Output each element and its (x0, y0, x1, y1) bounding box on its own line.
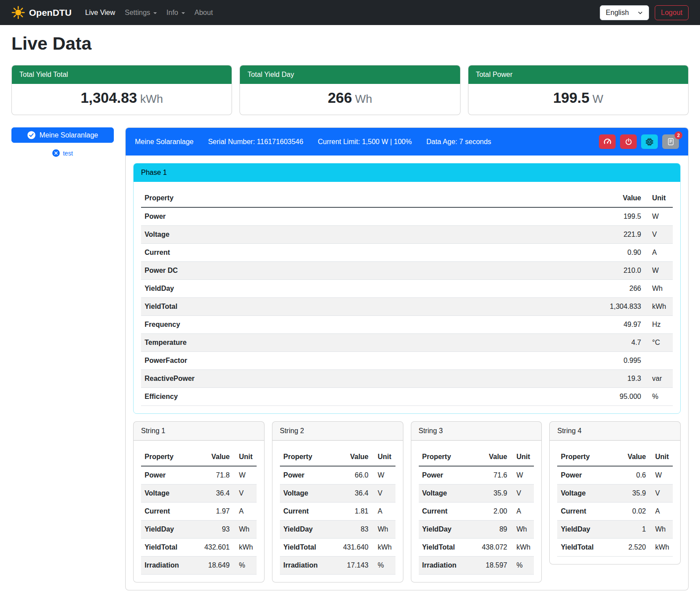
logout-button[interactable]: Logout (655, 5, 689, 20)
table-row: Voltage 35.9 V (557, 485, 673, 503)
string-3-table: Property Value Unit Power (419, 448, 534, 575)
inverter-select-label: Meine Solaranlage (40, 131, 98, 139)
value-cell: 2.00 (472, 503, 511, 521)
table-header-row: Property Value Unit (557, 448, 673, 466)
power-button[interactable] (620, 134, 637, 149)
nav-settings-label: Settings (125, 9, 150, 17)
property-cell: YieldDay (280, 521, 334, 539)
value-cell: 0.02 (611, 503, 649, 521)
value-cell: 18.649 (195, 557, 233, 575)
gauge-icon (603, 137, 612, 146)
card-unit: Wh (355, 92, 372, 105)
string-4-card: String 4 Property Value Unit (549, 421, 681, 564)
property-cell: Voltage (557, 485, 611, 503)
unit-cell: V (649, 485, 673, 503)
limit-settings-button[interactable] (599, 134, 616, 149)
property-cell: Voltage (419, 485, 472, 503)
property-cell: YieldTotal (419, 539, 472, 557)
unit-cell: W (649, 466, 673, 485)
unit-cell: % (511, 557, 534, 575)
table-row: Power DC 210.0 W (141, 262, 673, 280)
property-cell: Voltage (141, 226, 588, 244)
unit-cell: A (511, 503, 534, 521)
string-table-body: Power 71.6 W Voltage 35.9 V (419, 466, 534, 575)
value-cell: 49.97 (588, 316, 645, 334)
card-value: 1,304.83 (80, 90, 137, 106)
table-row: Frequency 49.97 Hz (141, 316, 673, 334)
table-row: Voltage 36.4 V (141, 485, 257, 503)
inverter-select-button[interactable]: Meine Solaranlage (11, 127, 114, 143)
unit-header: Unit (649, 448, 673, 466)
property-cell: YieldDay (557, 521, 611, 539)
language-select[interactable]: English (600, 5, 649, 20)
unit-header: Unit (511, 448, 534, 466)
nav-about[interactable]: About (191, 5, 217, 20)
value-cell: 432.601 (195, 539, 233, 557)
inverter-panel: Meine Solaranlage Serial Number: 1161716… (125, 127, 689, 590)
unit-header: Unit (233, 448, 257, 466)
property-cell: Power (280, 466, 334, 485)
table-row: Voltage 35.9 V (419, 485, 534, 503)
unit-cell: var (645, 370, 673, 388)
table-row: Current 1.97 A (141, 503, 257, 521)
unit-cell: °C (645, 334, 673, 352)
value-cell: 95.000 (588, 388, 645, 406)
unit-cell: W (645, 262, 673, 280)
value-header: Value (472, 448, 511, 466)
device-info-button[interactable] (641, 134, 658, 149)
nav-info[interactable]: Info (163, 5, 189, 20)
property-cell: Current (557, 503, 611, 521)
total-yield-total-card: Total Yield Total 1,304.83kWh (11, 65, 232, 115)
unit-cell: Wh (511, 521, 534, 539)
table-row: YieldDay 89 Wh (419, 521, 534, 539)
value-cell: 199.5 (588, 207, 645, 226)
unit-cell: Wh (645, 280, 673, 298)
navbar: OpenDTU Live View Settings Info About En… (0, 0, 700, 25)
value-cell: 35.9 (472, 485, 511, 503)
serial-number: Serial Number: 116171603546 (208, 138, 303, 146)
summary-cards: Total Yield Total 1,304.83kWh Total Yiel… (11, 65, 689, 115)
value-header: Value (611, 448, 649, 466)
value-cell: 221.9 (588, 226, 645, 244)
nav-settings[interactable]: Settings (121, 5, 161, 20)
value-cell: 71.6 (472, 466, 511, 485)
value-cell: 1 (611, 521, 649, 539)
string-title: String 2 (272, 422, 403, 441)
card-title: Total Power (468, 65, 688, 84)
chevron-down-icon (153, 12, 157, 14)
card-value: 266 (328, 90, 352, 106)
property-header: Property (280, 448, 334, 466)
unit-cell: V (372, 485, 395, 503)
brand-link[interactable]: OpenDTU (11, 6, 72, 19)
value-header: Value (334, 448, 372, 466)
string-table-body: Power 71.8 W Voltage 36.4 V (141, 466, 257, 575)
unit-cell: % (372, 557, 395, 575)
panel-actions: 2 (599, 134, 679, 149)
table-row: Power 0.6 W (557, 466, 673, 485)
value-cell: 93 (195, 521, 233, 539)
unit-cell: A (649, 503, 673, 521)
unit-header: Unit (645, 189, 673, 207)
table-row: Current 2.00 A (419, 503, 534, 521)
data-age: Data Age: 7 seconds (426, 138, 491, 146)
property-header: Property (557, 448, 611, 466)
string-title: String 3 (411, 422, 542, 441)
value-cell: 1.81 (334, 503, 372, 521)
property-cell: Current (141, 244, 588, 262)
property-cell: YieldTotal (280, 539, 334, 557)
event-log-button[interactable]: 2 (662, 134, 679, 149)
value-cell: 36.4 (334, 485, 372, 503)
value-cell: 1.97 (195, 503, 233, 521)
value-cell: 438.072 (472, 539, 511, 557)
card-unit: W (592, 92, 603, 105)
unit-cell: V (233, 485, 257, 503)
property-cell: Temperature (141, 334, 588, 352)
value-cell: 36.4 (195, 485, 233, 503)
string-table-body: Power 66.0 W Voltage 36.4 V (280, 466, 395, 575)
string-1-card: String 1 Property Value Unit (133, 421, 265, 583)
inverter-item-test[interactable]: test (11, 149, 114, 157)
chevron-down-icon (638, 10, 643, 15)
table-row: Irradiation 17.143 % (280, 557, 395, 575)
nav-live-view[interactable]: Live View (81, 5, 119, 20)
total-power-card: Total Power 199.5W (468, 65, 689, 115)
